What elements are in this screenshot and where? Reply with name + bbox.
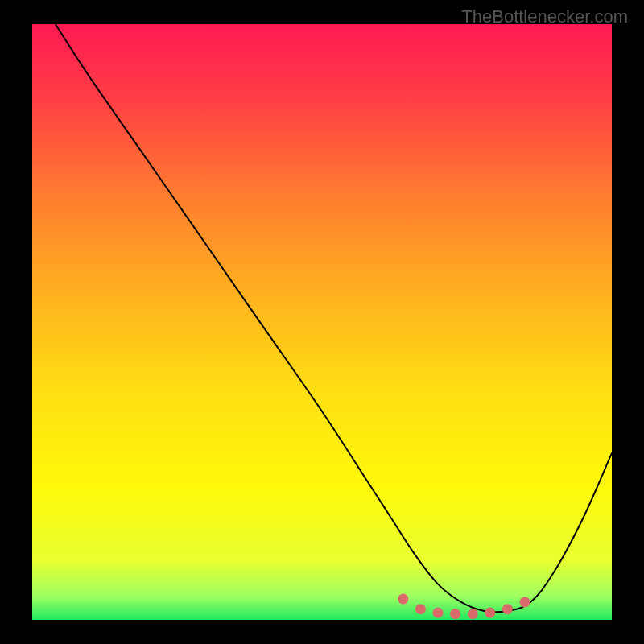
plot-area [32,24,612,620]
marker-dot [520,597,530,607]
marker-dot [398,594,408,605]
marker-dot [468,609,478,619]
gradient-background [32,24,612,620]
chart-container: TheBottlenecker.com [0,0,644,644]
marker-dot [485,608,495,618]
marker-dot [433,608,444,618]
marker-dot [415,604,426,614]
marker-dot [502,604,513,614]
chart-svg [32,24,612,620]
marker-dot [450,609,460,619]
watermark-text: TheBottlenecker.com [461,6,628,27]
